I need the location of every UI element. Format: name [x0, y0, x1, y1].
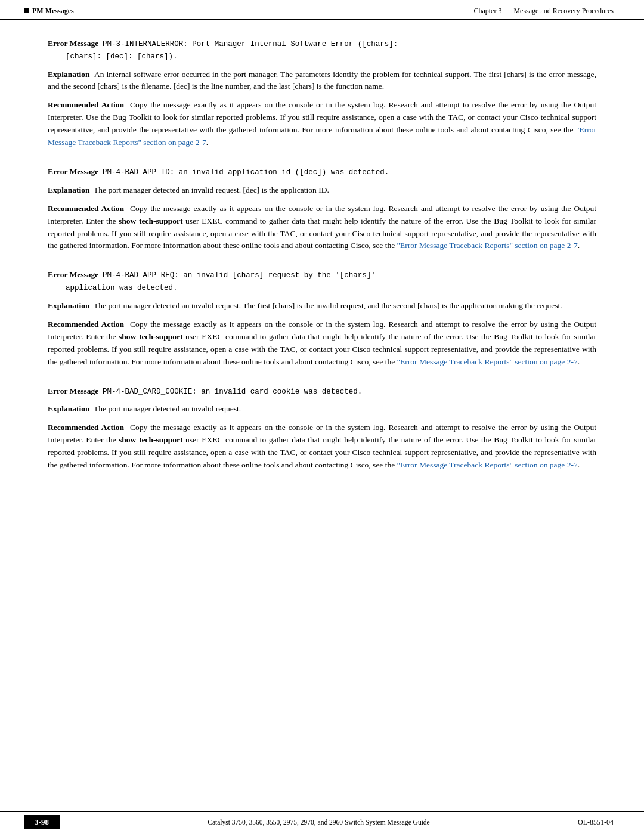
- page-number: 3-98: [24, 815, 60, 829]
- recommended-label-3: Recommended Action: [48, 320, 124, 329]
- recommended-text-2c: .: [578, 241, 580, 250]
- explanation-2: Explanation The port manager detected an…: [48, 184, 596, 197]
- chapter-title: Message and Recovery Procedures: [513, 7, 614, 16]
- page-footer: 3-98 Catalyst 3750, 3560, 3550, 2975, 29…: [0, 811, 644, 833]
- error-message-line-2: Error Message PM-4-BAD_APP_ID: an invali…: [48, 166, 596, 178]
- error-block-3: Error Message PM-4-BAD_APP_REQ: an inval…: [48, 269, 596, 368]
- error-block-1: Error Message PM-3-INTERNALERROR: Port M…: [48, 38, 596, 149]
- explanation-text-2: The port manager detected an invalid req…: [94, 185, 329, 194]
- explanation-text-3: The port manager detected an invalid req…: [94, 301, 562, 310]
- main-content: Error Message PM-3-INTERNALERROR: Port M…: [0, 20, 644, 524]
- chapter-label: Chapter 3: [473, 7, 501, 16]
- footer-bar: [620, 817, 620, 827]
- header-bar: [620, 6, 620, 16]
- explanation-4: Explanation The port manager detected an…: [48, 403, 596, 416]
- explanation-label-2: Explanation: [48, 185, 90, 194]
- recommended-link-3[interactable]: "Error Message Traceback Reports" sectio…: [397, 357, 578, 366]
- error-message-line-3: Error Message PM-4-BAD_APP_REQ: an inval…: [48, 269, 596, 294]
- section-label: PM Messages: [32, 7, 74, 16]
- recommended-label-4: Recommended Action: [48, 423, 124, 432]
- explanation-1: Explanation An internal software error o…: [48, 69, 596, 94]
- error-label-2: Error Message: [48, 167, 98, 176]
- recommended-link-4[interactable]: "Error Message Traceback Reports" sectio…: [397, 460, 578, 469]
- recommended-label-2: Recommended Action: [48, 204, 124, 213]
- page-header: PM Messages Chapter 3 Message and Recove…: [0, 0, 644, 20]
- error-message-line-1: Error Message PM-3-INTERNALERROR: Port M…: [48, 38, 596, 63]
- error-code-1: PM-3-INTERNALERROR: Port Manager Interna…: [48, 40, 398, 61]
- doc-id-text: OL-8551-04: [578, 818, 614, 827]
- error-message-line-4: Error Message PM-4-BAD_CARD_COOKIE: an i…: [48, 385, 596, 398]
- recommended-2: Recommended Action Copy the message exac…: [48, 203, 596, 253]
- error-label-3: Error Message: [48, 270, 98, 279]
- show-tech-4: show tech-support: [119, 435, 182, 444]
- error-code-2: PM-4-BAD_APP_ID: an invalid application …: [103, 168, 389, 176]
- explanation-label-4: Explanation: [48, 404, 90, 413]
- recommended-text-1b: .: [206, 138, 208, 147]
- error-block-4: Error Message PM-4-BAD_CARD_COOKIE: an i…: [48, 385, 596, 472]
- header-section: PM Messages: [24, 7, 74, 16]
- explanation-label-1: Explanation: [48, 70, 90, 79]
- recommended-label-1: Recommended Action: [48, 100, 124, 109]
- explanation-text-1: An internal software error occurred in t…: [48, 70, 596, 91]
- footer-doc-id: OL-8551-04: [578, 817, 620, 827]
- error-code-4: PM-4-BAD_CARD_COOKIE: an invalid card co…: [103, 388, 362, 396]
- recommended-text-3c: .: [578, 357, 580, 366]
- recommended-4: Recommended Action Copy the message exac…: [48, 422, 596, 472]
- error-label-4: Error Message: [48, 386, 98, 395]
- recommended-1: Recommended Action Copy the message exac…: [48, 99, 596, 149]
- show-tech-2: show tech-support: [119, 216, 182, 225]
- recommended-3: Recommended Action Copy the message exac…: [48, 318, 596, 368]
- error-block-2: Error Message PM-4-BAD_APP_ID: an invali…: [48, 166, 596, 252]
- explanation-3: Explanation The port manager detected an…: [48, 300, 596, 312]
- explanation-text-4: The port manager detected an invalid req…: [94, 404, 241, 413]
- explanation-label-3: Explanation: [48, 301, 90, 310]
- recommended-text-1a: Copy the message exactly as it appears o…: [48, 100, 596, 134]
- header-chapter: Chapter 3 Message and Recovery Procedure…: [473, 6, 620, 16]
- recommended-text-4c: .: [578, 460, 580, 469]
- show-tech-3: show tech-support: [119, 332, 182, 341]
- section-icon: [24, 8, 29, 13]
- error-label-1: Error Message: [48, 39, 98, 48]
- recommended-link-2[interactable]: "Error Message Traceback Reports" sectio…: [397, 241, 578, 250]
- footer-center-text: Catalyst 3750, 3560, 3550, 2975, 2970, a…: [60, 819, 578, 826]
